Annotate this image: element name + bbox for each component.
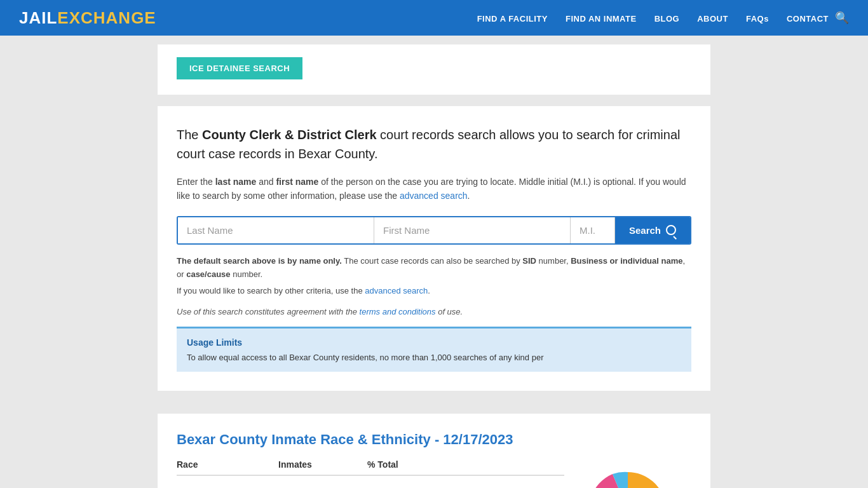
navbar: JAIL EXCHANGE FIND A FACILITYFIND AN INM… xyxy=(0,0,868,36)
pie-chart xyxy=(577,466,679,488)
search-note-1: The default search above is by name only… xyxy=(177,255,691,281)
nav-link-blog[interactable]: BLOG xyxy=(654,14,680,24)
ice-section: ICE DETAINEE SEARCH xyxy=(158,44,710,95)
nav-link-find-facility[interactable]: FIND A FACILITY xyxy=(477,14,548,24)
search-note-2: If you would like to search by other cri… xyxy=(177,285,691,298)
nav-link-faqs[interactable]: FAQs xyxy=(746,14,769,24)
search-magnifier-icon xyxy=(666,225,676,235)
nav-links: FIND A FACILITYFIND AN INMATEBLOGABOUTFA… xyxy=(477,13,829,24)
brand-jail: JAIL xyxy=(19,8,57,28)
advanced-search-link-top[interactable]: advanced search xyxy=(400,191,468,201)
bexar-section: Bexar County Inmate Race & Ethnicity - 1… xyxy=(158,414,710,488)
col-pct-header: % Total xyxy=(367,459,431,470)
ice-detainee-search-button[interactable]: ICE DETAINEE SEARCH xyxy=(177,57,302,79)
bexar-table-header: Race Inmates % Total xyxy=(177,459,564,476)
usage-limits-text: To allow equal access to all Bexar Count… xyxy=(187,351,681,364)
court-title-bold: County Clerk & District Clerk xyxy=(202,128,377,142)
nav-link-contact[interactable]: CONTACT xyxy=(787,14,829,24)
search-button[interactable]: Search xyxy=(615,217,690,243)
first-name-input[interactable] xyxy=(374,217,571,243)
usage-limits-box: Usage Limits To allow equal access to al… xyxy=(177,327,691,372)
nav-link-find-inmate[interactable]: FIND AN INMATE xyxy=(566,14,637,24)
search-button-label: Search xyxy=(629,225,661,236)
terms-note: Use of this search constitutes agreement… xyxy=(177,307,691,316)
bexar-content-row: Race Inmates % Total xyxy=(177,459,691,488)
court-title: The County Clerk & District Clerk court … xyxy=(177,125,691,163)
court-desc: Enter the last name and first name of th… xyxy=(177,175,691,203)
bexar-table: Race Inmates % Total xyxy=(177,459,564,476)
terms-link[interactable]: terms and conditions xyxy=(360,307,436,316)
nav-link-about[interactable]: ABOUT xyxy=(697,14,728,24)
brand-exchange: EXCHANGE xyxy=(57,8,156,28)
search-form: Search xyxy=(177,216,691,245)
mi-input[interactable] xyxy=(571,217,615,243)
usage-limits-title: Usage Limits xyxy=(187,337,681,348)
col-race-header: Race xyxy=(177,459,278,470)
advanced-search-link-bottom[interactable]: advanced search xyxy=(365,286,428,295)
bexar-chart xyxy=(564,459,691,488)
brand-logo[interactable]: JAIL EXCHANGE xyxy=(19,8,156,28)
last-name-input[interactable] xyxy=(178,217,374,243)
nav-search-icon[interactable]: 🔍 xyxy=(835,11,849,25)
bexar-title: Bexar County Inmate Race & Ethnicity - 1… xyxy=(177,431,691,448)
col-inmates-header: Inmates xyxy=(278,459,367,470)
court-section: The County Clerk & District Clerk court … xyxy=(158,106,710,391)
